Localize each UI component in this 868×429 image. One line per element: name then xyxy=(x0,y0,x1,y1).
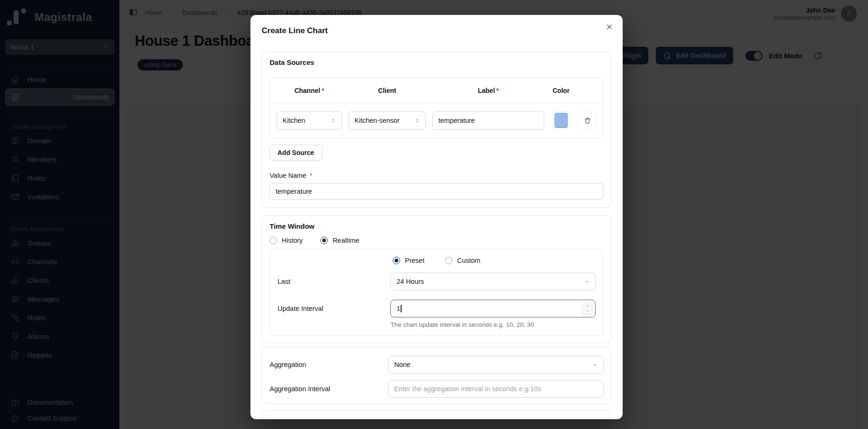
text-caret xyxy=(401,305,402,312)
modal-title: Create Line Chart xyxy=(262,26,611,35)
time-window-title: Time Window xyxy=(270,222,604,230)
history-radio[interactable]: History xyxy=(270,237,303,244)
chevron-down-icon xyxy=(591,361,598,368)
create-line-chart-modal: Create Line Chart Data Sources Channel* … xyxy=(250,15,623,419)
app-screen: Magistrala house 1 Home Dashboards Domai… xyxy=(0,0,868,429)
chevrons-up-down-icon xyxy=(414,117,421,124)
radio-icon xyxy=(393,257,400,264)
client-select[interactable]: Kitchen-sensor xyxy=(348,111,426,130)
radio-icon xyxy=(445,257,452,264)
update-interval-label: Update Interval xyxy=(278,305,390,312)
required-asterisk: * xyxy=(310,172,312,179)
update-interval-input[interactable]: 1 xyxy=(390,300,596,317)
preset-radio[interactable]: Preset xyxy=(393,257,424,264)
aggregation-label: Aggregation xyxy=(270,361,388,368)
chevrons-up-down-icon xyxy=(330,117,337,124)
time-window-section: Time Window History Realtime Preset xyxy=(262,215,611,343)
last-label: Last xyxy=(278,278,390,285)
chevron-up-icon xyxy=(585,304,590,309)
delete-source-button[interactable] xyxy=(578,112,596,129)
last-select[interactable]: 24 Hours xyxy=(390,273,596,290)
number-stepper[interactable] xyxy=(582,302,592,315)
aggregation-interval-input[interactable]: Enter the aggregation interval in second… xyxy=(388,380,604,398)
update-interval-help: The chart update interval in seconds e.g… xyxy=(390,321,596,328)
last-select-value: 24 Hours xyxy=(396,278,424,285)
update-interval-value: 1 xyxy=(396,305,400,312)
aggregation-interval-label: Aggregation Interval xyxy=(270,385,388,393)
data-sources-title: Data Sources xyxy=(270,58,604,66)
color-swatch xyxy=(555,113,568,128)
chevron-down-icon xyxy=(583,278,590,285)
column-header-color: Color xyxy=(551,87,571,94)
aggregation-select-value: None xyxy=(394,361,410,368)
radio-icon xyxy=(320,237,328,244)
value-name-label: Value Name * xyxy=(270,172,604,179)
value-name-input[interactable]: temperature xyxy=(270,183,604,200)
aggregation-section: Aggregation None Aggregation Interval En… xyxy=(262,347,611,404)
radio-icon xyxy=(270,237,277,244)
value-name-input-value: temperature xyxy=(276,188,312,195)
column-header-channel: Channel* xyxy=(277,87,342,94)
realtime-radio[interactable]: Realtime xyxy=(320,237,359,244)
column-header-label: Label* xyxy=(432,87,544,94)
next-section-stub xyxy=(262,410,611,419)
range-radio-group: Preset Custom xyxy=(278,257,596,264)
column-header-client: Client xyxy=(348,87,426,94)
data-source-row: Kitchen Kitchen-sensor temperature xyxy=(270,103,603,138)
aggregation-select[interactable]: None xyxy=(388,356,604,373)
table-header-row: Channel* Client Label* Color xyxy=(270,78,603,103)
client-select-value: Kitchen-sensor xyxy=(354,117,400,124)
chevron-down-icon xyxy=(585,309,590,313)
add-source-button[interactable]: Add Source xyxy=(270,145,322,161)
data-sources-table: Channel* Client Label* Color Kitche xyxy=(270,77,604,138)
close-icon[interactable] xyxy=(605,23,613,31)
time-mode-radio-group: History Realtime xyxy=(270,237,604,244)
data-sources-section: Data Sources Channel* Client Label* Colo… xyxy=(262,51,611,208)
channel-select-value: Kitchen xyxy=(283,117,305,124)
color-picker-button[interactable] xyxy=(553,111,569,130)
custom-radio[interactable]: Custom xyxy=(445,257,480,264)
realtime-options-panel: Preset Custom Last 24 Hours xyxy=(270,249,604,336)
label-input[interactable]: temperature xyxy=(432,111,544,130)
required-asterisk: * xyxy=(496,87,499,94)
trash-icon xyxy=(583,117,591,125)
aggregation-interval-placeholder: Enter the aggregation interval in second… xyxy=(394,385,541,393)
channel-select[interactable]: Kitchen xyxy=(277,111,342,130)
required-asterisk: * xyxy=(321,87,324,94)
label-input-value: temperature xyxy=(438,117,475,124)
